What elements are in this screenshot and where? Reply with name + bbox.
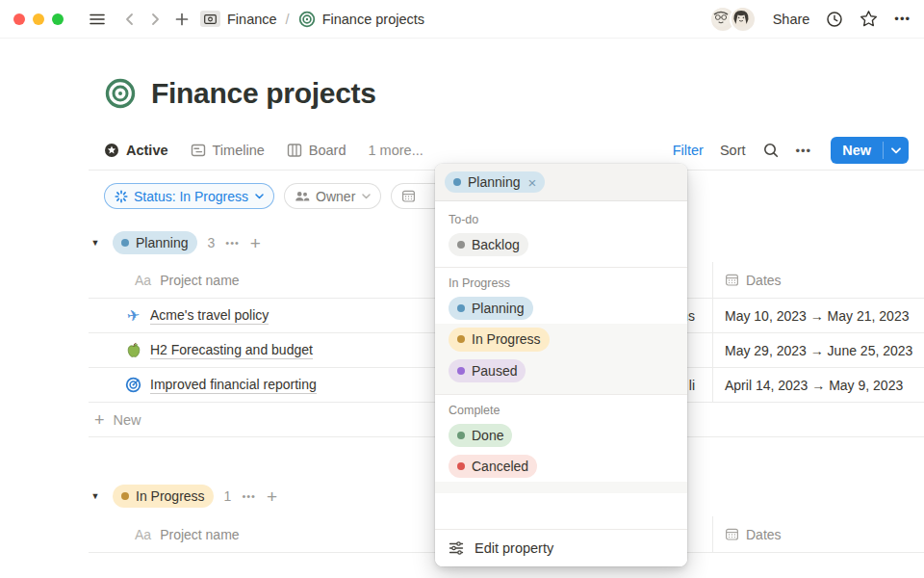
status-dot <box>121 239 129 247</box>
edit-property-label: Edit property <box>475 540 553 556</box>
option-canceled[interactable]: Canceled <box>435 451 687 482</box>
tab-timeline-view[interactable]: Timeline <box>191 143 265 158</box>
option-paused[interactable]: Paused <box>435 355 687 386</box>
board-view-icon <box>287 143 302 158</box>
option-planning[interactable]: Planning <box>435 293 687 324</box>
dart-target-icon <box>125 377 141 393</box>
option-label: Paused <box>472 362 517 380</box>
breadcrumb: Finance / Finance projects <box>200 11 424 28</box>
breadcrumb-page[interactable]: Finance projects <box>322 12 424 27</box>
sidebar-menu-button[interactable] <box>85 7 110 32</box>
new-page-button[interactable] <box>169 7 194 32</box>
new-button-chevron-icon[interactable] <box>884 137 909 164</box>
collapse-triangle-icon[interactable]: ▼ <box>89 491 102 501</box>
avatar <box>730 6 757 33</box>
calendar-icon <box>401 189 416 203</box>
option-label: Done <box>472 427 503 444</box>
status-dot <box>121 492 129 500</box>
selected-status-label: Planning <box>468 174 521 190</box>
hovered-options: In Progress Paused <box>435 324 687 393</box>
collaborator-avatars[interactable] <box>709 6 757 33</box>
timeline-view-icon <box>191 143 206 158</box>
text-type-icon: Aa <box>135 273 151 288</box>
project-title[interactable]: Improved financial reporting <box>150 377 317 394</box>
breadcrumb-root[interactable]: Finance <box>227 12 277 27</box>
column-dates[interactable]: Dates <box>746 527 782 542</box>
owner-filter-chip[interactable]: Owner <box>284 183 381 209</box>
option-in-progress[interactable]: In Progress <box>435 324 687 355</box>
back-button[interactable] <box>117 7 142 32</box>
column-project-name[interactable]: Project name <box>160 273 239 288</box>
group-in-progress-label: In Progress <box>136 487 205 505</box>
section-label-in-progress: In Progress <box>435 268 687 293</box>
date-range: April 14, 2023 → May 9, 2023 <box>725 378 903 393</box>
status-dot <box>457 241 465 249</box>
group-count: 1 <box>224 488 232 504</box>
page-title-target-icon[interactable] <box>104 77 137 110</box>
status-spinner-icon <box>115 190 128 203</box>
view-options-icon[interactable]: ••• <box>796 144 812 158</box>
dates-cell[interactable]: May 29, 2023 → June 25, 2023 <box>712 333 924 367</box>
group-in-progress-badge[interactable]: In Progress <box>113 485 214 508</box>
traffic-lights <box>13 13 64 25</box>
group-add-icon[interactable]: + <box>250 234 261 252</box>
share-button[interactable]: Share <box>773 12 810 27</box>
zoom-window-button[interactable] <box>52 13 64 25</box>
status-filter-input[interactable]: Planning × <box>435 164 687 201</box>
status-dot <box>457 367 465 375</box>
tab-board-view[interactable]: Board <box>287 143 346 158</box>
tab-board-label: Board <box>309 143 346 158</box>
group-add-icon[interactable]: + <box>267 487 277 506</box>
group-planning-label: Planning <box>136 234 189 251</box>
group-more-icon[interactable]: ••• <box>242 490 256 502</box>
close-window-button[interactable] <box>13 13 25 25</box>
option-label: Canceled <box>472 458 528 475</box>
status-filter-chip[interactable]: Status: In Progress <box>104 183 274 209</box>
sliders-icon <box>449 540 464 556</box>
text-type-icon: Aa <box>135 527 151 542</box>
new-button[interactable]: New <box>831 137 909 164</box>
option-done[interactable]: Done <box>435 420 687 451</box>
plus-icon: + <box>94 411 105 429</box>
owner-filter-label: Owner <box>316 189 355 204</box>
option-label: Backlog <box>472 236 520 253</box>
group-planning-badge[interactable]: Planning <box>113 231 197 254</box>
edit-property-button[interactable]: Edit property <box>435 529 687 566</box>
new-button-label[interactable]: New <box>831 137 883 164</box>
section-label-todo: To-do <box>435 204 687 229</box>
updates-clock-icon[interactable] <box>826 11 843 28</box>
group-more-icon[interactable]: ••• <box>225 237 240 249</box>
option-backlog[interactable]: Backlog <box>435 229 687 260</box>
filter-button[interactable]: Filter <box>673 143 704 158</box>
page-title[interactable]: Finance projects <box>151 77 376 110</box>
favorite-star-icon[interactable] <box>860 10 878 28</box>
column-dates[interactable]: Dates <box>746 273 782 288</box>
sort-button[interactable]: Sort <box>720 143 746 158</box>
project-title[interactable]: Acme's travel policy <box>150 307 269 325</box>
selected-status-tag[interactable]: Planning × <box>445 171 545 193</box>
people-icon <box>295 190 310 203</box>
forward-button[interactable] <box>142 7 167 32</box>
remove-tag-icon[interactable]: × <box>528 175 537 190</box>
column-project-name[interactable]: Project name <box>160 527 239 542</box>
status-dot <box>457 335 465 343</box>
project-title[interactable]: H2 Forecasting and budget <box>150 342 313 359</box>
search-icon[interactable] <box>762 142 780 159</box>
section-label-complete: Complete <box>435 395 687 420</box>
window-titlebar: Finance / Finance projects Share ••• <box>0 0 924 39</box>
dates-cell[interactable]: May 10, 2023 → May 21, 2023 <box>712 299 924 332</box>
calendar-icon <box>725 527 739 541</box>
add-row-label: New <box>114 412 141 428</box>
finance-page-icon <box>200 11 220 27</box>
more-views-button[interactable]: 1 more... <box>369 143 424 158</box>
dates-cell[interactable]: April 14, 2023 → May 9, 2023 <box>712 368 924 402</box>
tab-active-view[interactable]: Active <box>104 143 168 158</box>
status-dot <box>457 462 465 470</box>
group-count: 3 <box>208 235 216 250</box>
option-label: In Progress <box>472 330 541 348</box>
status-dot <box>457 432 465 439</box>
date-range: May 29, 2023 → June 25, 2023 <box>725 343 912 358</box>
collapse-triangle-icon[interactable]: ▼ <box>89 238 102 248</box>
more-options-icon[interactable]: ••• <box>894 12 911 26</box>
minimize-window-button[interactable] <box>33 13 44 25</box>
